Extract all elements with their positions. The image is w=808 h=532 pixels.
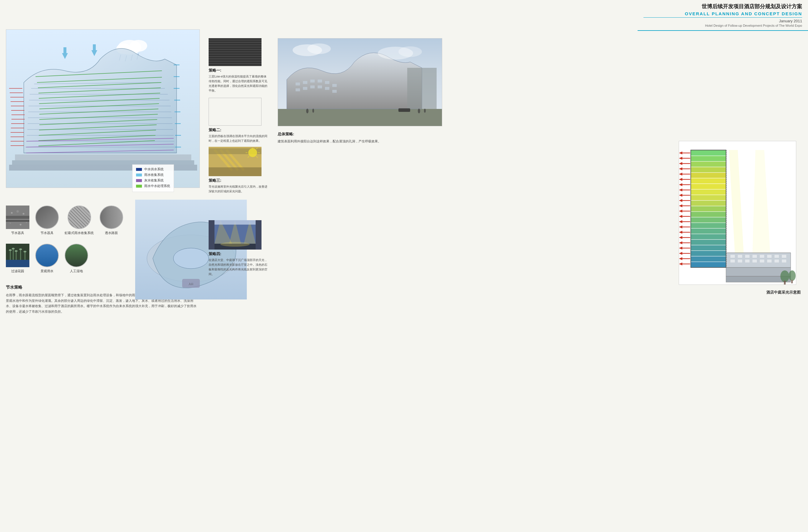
svg-rect-288 [731, 260, 735, 263]
svg-rect-198 [691, 184, 726, 189]
svg-rect-286 [774, 255, 779, 258]
legend-color-2 [136, 173, 142, 176]
icons-row-2: 过滤花园 景观用水 [6, 244, 88, 273]
main-diagram [6, 30, 200, 188]
legend: 中水供水系统 雨水收集系统 灰水收集系统 雨水中水处理系统 [132, 165, 174, 192]
svg-rect-210 [691, 251, 726, 256]
strategies-left: 策略一: 三层Low-e强大的保温性能提高了幕墙的整体传热性能。同时，通过合理的… [208, 38, 273, 143]
svg-rect-293 [767, 260, 772, 263]
strategy4-title: 策略四: [208, 251, 268, 256]
svg-rect-149 [278, 109, 442, 126]
svg-rect-199 [691, 189, 726, 195]
strategy3-section: 策略三: 导光设施将室外光线聚光后引入室内，改善进深较大的区域的采光问题。 [208, 147, 268, 194]
icon-permeable-road-img [99, 206, 123, 229]
svg-rect-290 [745, 260, 750, 263]
svg-point-177 [248, 148, 257, 157]
svg-rect-61 [12, 160, 194, 165]
svg-point-111 [173, 248, 208, 269]
icon-label-4: 透水路面 [105, 231, 118, 235]
svg-rect-281 [738, 255, 742, 258]
svg-rect-186 [256, 220, 261, 250]
legend-color-1 [136, 168, 142, 171]
icon-water-fixture-2-img [35, 206, 59, 229]
strategy3-image [208, 147, 261, 176]
header-english-title: OVERALL PLANNING AND CONCEPT DESIGN [643, 11, 802, 18]
svg-rect-176 [208, 167, 261, 176]
svg-point-297 [789, 270, 796, 281]
section-label: 酒店中庭采光示意图 [766, 290, 801, 295]
svg-rect-282 [745, 255, 750, 258]
svg-rect-192 [691, 150, 726, 156]
strategy2-text: 立面的挡板在强调在强调水平方向的流线的同时，在一定程度上也起到了遮阳的效果。 [208, 134, 268, 143]
svg-rect-185 [208, 220, 215, 250]
icon-permeable-road: 透水路面 [99, 206, 123, 235]
svg-rect-212 [691, 262, 726, 267]
svg-rect-161 [332, 90, 337, 93]
strategy3-text: 导光设施将室外光线聚光后引入室内，改善进深较大的区域的采光问题。 [208, 184, 268, 194]
svg-rect-294 [774, 260, 779, 263]
icon-water-fixture-2: 节水器具 [35, 206, 59, 235]
strategy4-text: 在酒店大堂、中庭和下沉广场顶部开的天光，自然光和谐的将光影放在厅室之中。浅色的石… [208, 258, 268, 277]
section-diagram-container: 酒店中庭采光示意图 [679, 141, 802, 293]
building-photo [278, 38, 442, 126]
icon-wetland-img [65, 244, 88, 267]
icon-water-img [35, 244, 59, 267]
icon-label-6: 景观用水 [40, 269, 54, 273]
svg-rect-152 [310, 80, 315, 82]
strategy2-title: 策略二: [208, 128, 273, 133]
section-diagram-svg [679, 141, 796, 285]
header-chinese-title: 世博后续开发项目酒店部分规划及设计方案 [643, 3, 802, 10]
strategy4-svg [208, 220, 261, 250]
svg-rect-207 [691, 234, 726, 239]
svg-point-164 [418, 109, 420, 113]
svg-rect-206 [691, 228, 726, 234]
legend-label-3: 灰水收集系统 [144, 178, 164, 183]
building-photo-svg [278, 38, 442, 126]
svg-text:入口: 入口 [189, 283, 193, 285]
svg-rect-197 [691, 178, 726, 184]
strategy3-title: 策略三: [208, 178, 268, 183]
strategy2-image [208, 98, 261, 126]
svg-rect-160 [325, 87, 329, 90]
svg-rect-200 [691, 195, 726, 200]
svg-rect-298 [784, 281, 786, 285]
svg-rect-280 [731, 255, 735, 258]
svg-rect-157 [303, 87, 307, 90]
svg-rect-211 [691, 256, 726, 262]
overall-strategy-section: 总体策略: 建筑表面利用外接阳台达到这样效果，配合屋顶的孔洞，产生呼吸效果。 [278, 132, 389, 144]
main-diagram-image [6, 30, 200, 188]
svg-rect-156 [296, 88, 300, 91]
svg-point-2 [130, 40, 147, 52]
svg-rect-166 [399, 108, 410, 112]
svg-rect-292 [760, 260, 764, 263]
svg-rect-299 [791, 280, 793, 283]
svg-rect-208 [691, 240, 726, 245]
svg-rect-287 [782, 255, 786, 258]
icon-label-7: 人工湿地 [70, 269, 83, 273]
strategy4-image [208, 220, 261, 250]
svg-point-170 [399, 46, 422, 57]
svg-point-296 [781, 270, 789, 282]
svg-rect-284 [760, 255, 764, 258]
svg-rect-153 [318, 80, 322, 82]
header-subtitle: Hotel Design of Follow-up Development Pr… [643, 24, 802, 27]
svg-point-189 [220, 242, 250, 247]
svg-rect-285 [767, 255, 772, 258]
overall-strategy-title: 总体策略: [278, 132, 389, 137]
svg-rect-291 [752, 260, 757, 263]
legend-label-2: 雨水收集系统 [144, 173, 164, 177]
svg-rect-196 [691, 173, 726, 178]
svg-rect-159 [318, 86, 322, 88]
svg-rect-155 [332, 84, 337, 87]
icon-landscape-water: 景观用水 [35, 244, 59, 273]
legend-color-3 [136, 179, 142, 182]
svg-point-163 [312, 109, 314, 113]
legend-item-2: 雨水收集系统 [136, 173, 170, 177]
icon-artificial-wetland: 人工湿地 [65, 244, 88, 273]
strategy4-section: 策略四: 在酒店大堂、中庭和下沉广场顶部开的天光，自然光和谐的将光影放在厅室之中… [208, 220, 268, 277]
svg-rect-277 [726, 253, 791, 267]
legend-item-1: 中水供水系统 [136, 167, 170, 171]
strategy1-text: 三层Low-e强大的保温性能提高了幕墙的整体传热性能。同时，通过合理的遮阳系数及… [208, 74, 268, 93]
svg-rect-154 [325, 81, 329, 84]
strategy1-title: 策略一: [208, 68, 273, 73]
